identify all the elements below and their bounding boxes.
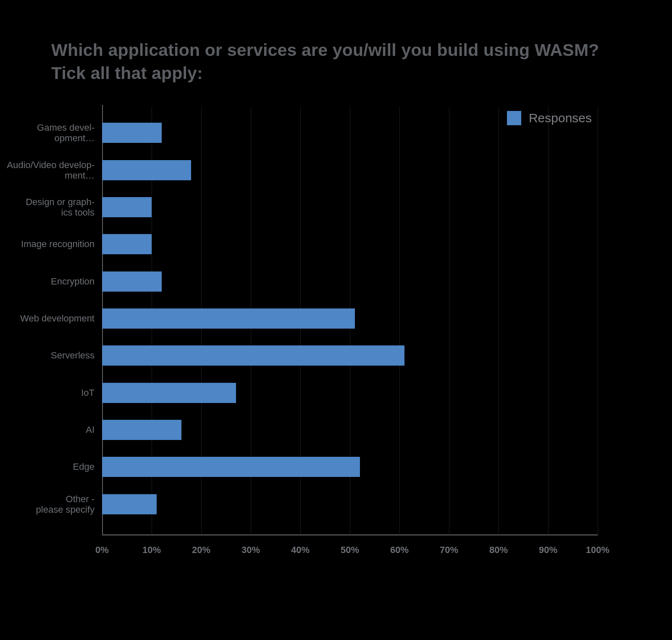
bar-label: Other - please specify [6,494,102,515]
bar-row: Other - please specify [102,494,598,514]
chart-title: Which application or services are you/wi… [51,39,622,85]
bar-label: Audio/Video develop- ment… [6,159,102,181]
x-tick-label: 0% [95,545,109,556]
x-tick-label: 60% [390,545,409,556]
bar [102,234,152,254]
chart-page: Which application or services are you/wi… [0,0,672,640]
bar [102,160,191,180]
x-tick-label: 40% [291,545,310,556]
x-tick-label: 30% [242,545,260,556]
x-tick-label: 100% [586,545,609,556]
bar-row: Image recognition [102,234,598,254]
x-tick-label: 20% [192,545,210,556]
x-tick-label: 90% [539,545,557,556]
bar-label: Encryption [6,276,102,287]
bar-label: Edge [6,462,102,472]
bar-row: Edge [102,457,598,477]
bar-row: Encryption [102,271,598,292]
bar-row: IoT [102,383,598,403]
x-tick-label: 50% [341,545,359,556]
plot-area: Responses 0%10%20%30%40%50%60%70%80%90%1… [102,107,598,535]
x-tick-label: 70% [440,545,458,556]
bar-row: Games devel- opment… [102,123,598,143]
bar [102,271,162,292]
bar [102,494,157,514]
bar [102,457,360,477]
bar-row: Audio/Video develop- ment… [102,160,598,180]
bar-row: Web development [102,308,598,329]
bar-label: Web development [6,313,102,324]
bar-label: Serverless [6,350,102,361]
x-tick-label: 80% [489,545,508,556]
bar-label: Image recognition [6,239,102,250]
bar [102,420,181,440]
bar [102,383,236,403]
bar [102,197,152,217]
bar-row: AI [102,420,598,440]
bar-row: Serverless [102,345,598,366]
bar [102,345,404,366]
bar [102,308,355,329]
bar-label: IoT [6,387,102,398]
plot-inner: Responses 0%10%20%30%40%50%60%70%80%90%1… [102,107,598,535]
bar-label: Games devel- opment… [6,122,102,144]
bar-row: Design or graph- ics tools [102,197,598,217]
bar-label: Design or graph- ics tools [6,197,102,218]
gridline [598,107,598,535]
bar-label: AI [6,424,102,435]
bar [102,123,162,143]
x-tick-label: 10% [142,545,161,556]
